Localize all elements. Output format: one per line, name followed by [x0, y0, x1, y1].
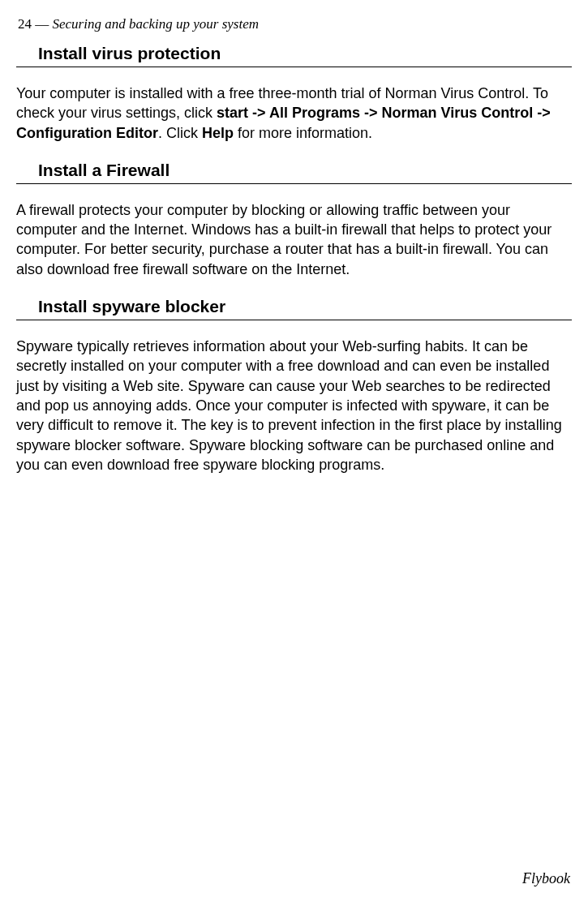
- page-number: 24: [18, 16, 32, 32]
- section-heading-spyware: Install spyware blocker: [38, 297, 572, 316]
- header-separator: —: [32, 16, 53, 32]
- body-fragment: . Click: [158, 125, 202, 141]
- body-text-virus-protection: Your computer is installed with a free t…: [16, 84, 572, 143]
- footer-brand: Flybook: [522, 870, 570, 887]
- section-heading-firewall: Install a Firewall: [38, 161, 572, 180]
- chapter-title: Securing and backing up your system: [53, 16, 259, 32]
- body-fragment: for more information.: [234, 125, 372, 141]
- heading-rule: [16, 183, 572, 184]
- heading-rule: [16, 320, 572, 320]
- section-heading-virus-protection: Install virus protection: [38, 44, 572, 63]
- body-text-spyware: Spyware typically retrieves information …: [16, 337, 572, 474]
- page-header: 24 — Securing and backing up your system: [16, 16, 572, 32]
- body-fragment-bold: Help: [202, 125, 234, 141]
- heading-rule: [16, 67, 572, 67]
- body-text-firewall: A firewall protects your computer by blo…: [16, 200, 572, 279]
